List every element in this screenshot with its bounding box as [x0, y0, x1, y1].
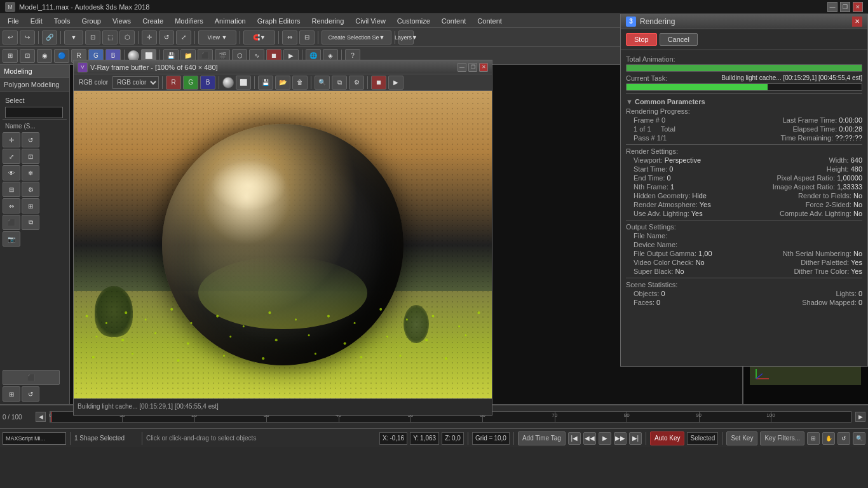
- select-region-btn[interactable]: ⬚: [102, 30, 118, 44]
- show-hide-tool[interactable]: 👁: [3, 165, 20, 180]
- prop-tool[interactable]: ⚙: [22, 182, 39, 197]
- clone-tool[interactable]: ⧉: [22, 215, 39, 230]
- snapshot-tool[interactable]: 📷: [3, 231, 20, 247]
- vray-sphere-btn[interactable]: [222, 77, 234, 88]
- select-tool[interactable]: ⊡: [22, 149, 39, 164]
- go-end-btn[interactable]: ▶|: [629, 432, 642, 445]
- minimize-btn[interactable]: —: [827, 2, 837, 12]
- layer-btn[interactable]: Layers▼: [398, 30, 414, 44]
- layer-tool[interactable]: ⊟: [3, 182, 20, 197]
- zoom-btn[interactable]: 🔍: [853, 432, 865, 445]
- vray-color-select[interactable]: RGB color: [112, 76, 159, 89]
- menu-content[interactable]: Content: [472, 16, 507, 26]
- undo-btn[interactable]: ↩: [3, 30, 18, 44]
- align-tool[interactable]: ⊞: [22, 198, 39, 214]
- status-bar: MAXScript Mi... 1 Shape Selected Click o…: [0, 428, 868, 447]
- common-params-title: ▼ Common Parameters: [626, 98, 862, 105]
- pan-btn[interactable]: ✋: [822, 432, 835, 445]
- xform-tool[interactable]: ⊞: [3, 386, 20, 402]
- vray-flat-btn[interactable]: ⬜: [236, 76, 251, 90]
- vray-minimize[interactable]: —: [458, 63, 466, 72]
- set-key-btn[interactable]: Set Key: [726, 431, 757, 445]
- vray-clear-btn[interactable]: 🗑: [292, 76, 308, 90]
- array-tool[interactable]: ⬛: [3, 215, 20, 230]
- rendering-title-bar[interactable]: 3 Rendering ✕: [621, 14, 867, 29]
- redo-btn[interactable]: ↪: [20, 30, 35, 44]
- play-btn[interactable]: ▶: [599, 432, 611, 445]
- maxscript-mini[interactable]: MAXScript Mi...: [3, 432, 66, 445]
- menu-group[interactable]: Group: [76, 16, 106, 26]
- tb2-1[interactable]: ⊞: [3, 49, 18, 63]
- grid-display: Grid = 10,0: [472, 432, 510, 445]
- prev-frame-btn[interactable]: ◀: [36, 412, 46, 422]
- freeze-tool[interactable]: ❄: [22, 165, 39, 180]
- menu-scripting[interactable]: Content: [437, 16, 471, 26]
- vray-lens-btn[interactable]: 🔍: [315, 76, 330, 90]
- vray-close[interactable]: ✕: [479, 63, 488, 72]
- next-key-btn[interactable]: ▶▶: [614, 432, 627, 445]
- bottom-tool-1[interactable]: ⬛: [3, 370, 60, 385]
- menu-edit[interactable]: Edit: [25, 16, 48, 26]
- rotate-btn[interactable]: ↺: [159, 30, 174, 44]
- select-filter-btn[interactable]: ▼: [64, 30, 83, 44]
- vray-settings-btn[interactable]: ⚙: [349, 76, 364, 90]
- tb2-3[interactable]: ◉: [37, 49, 52, 63]
- stop-render-btn[interactable]: Stop: [626, 33, 657, 46]
- move-tool[interactable]: ✛: [3, 132, 20, 147]
- vray-open-btn[interactable]: 📂: [275, 76, 290, 90]
- cancel-render-btn[interactable]: Cancel: [660, 33, 698, 46]
- menu-graph-editors[interactable]: Graph Editors: [252, 16, 306, 26]
- vray-btn-r[interactable]: R: [166, 76, 181, 90]
- rendering-close-btn[interactable]: ✕: [852, 17, 862, 27]
- viewport-width-row: Viewport: Perspective Width: 640: [626, 156, 862, 164]
- vray-title-bar[interactable]: V V-Ray frame buffer - [100% of 640 × 48…: [74, 60, 492, 74]
- vray-stop-btn[interactable]: ⏹: [371, 76, 386, 90]
- vray-btn-b[interactable]: B: [200, 76, 215, 90]
- menu-create[interactable]: Create: [137, 16, 168, 26]
- add-time-tag-btn[interactable]: Add Time Tag: [518, 431, 566, 445]
- select-input[interactable]: [5, 107, 63, 118]
- scale-btn[interactable]: ⤢: [176, 30, 191, 44]
- menu-rendering[interactable]: Rendering: [307, 16, 349, 26]
- mirror-btn[interactable]: ⇔: [282, 30, 297, 44]
- total-progress-fill: [627, 65, 862, 71]
- close-btn[interactable]: ✕: [853, 2, 863, 12]
- vray-maximize[interactable]: ❐: [468, 63, 477, 72]
- mirror-tool[interactable]: ⇔: [3, 198, 20, 214]
- key-filters-btn[interactable]: Key Filters...: [760, 431, 804, 445]
- rotate-tool[interactable]: ↺: [22, 132, 39, 147]
- vray-save-btn[interactable]: 💾: [258, 76, 273, 90]
- menu-views[interactable]: Views: [107, 16, 136, 26]
- tb2-4[interactable]: 🔵: [54, 49, 69, 63]
- move-btn[interactable]: ✛: [142, 30, 157, 44]
- reset-tool[interactable]: ↺: [22, 386, 39, 402]
- menu-animation[interactable]: Animation: [210, 16, 251, 26]
- auto-key-btn[interactable]: Auto Key: [650, 431, 685, 445]
- create-selection-btn[interactable]: Create Selection Se▼: [322, 30, 391, 44]
- lasso-btn[interactable]: ⬡: [119, 30, 135, 44]
- maximize-btn[interactable]: ❐: [840, 2, 850, 12]
- tb2-2[interactable]: ⊡: [20, 49, 35, 63]
- menu-file[interactable]: File: [3, 16, 24, 26]
- coord-dropdown[interactable]: View ▼: [198, 30, 236, 44]
- menu-modifiers[interactable]: Modifiers: [170, 16, 208, 26]
- align-btn[interactable]: ⊟: [299, 30, 315, 44]
- orbit-btn[interactable]: ↺: [837, 432, 850, 445]
- select-btn[interactable]: ⊡: [85, 30, 100, 44]
- scale-tool[interactable]: ⤢: [3, 149, 20, 164]
- go-start-btn[interactable]: |◀: [568, 432, 581, 445]
- snap-btn[interactable]: 🧲▼: [243, 30, 275, 44]
- vray-render-btn[interactable]: ▶: [388, 76, 403, 90]
- vray-canvas[interactable]: [74, 91, 492, 398]
- vray-clone-btn[interactable]: ⧉: [332, 76, 347, 90]
- modeling-tab[interactable]: Modeling: [0, 65, 69, 78]
- polygon-tab[interactable]: Polygon Modeling: [0, 78, 69, 92]
- menu-tools[interactable]: Tools: [49, 16, 76, 26]
- zoom-extents-btn[interactable]: ⊞: [807, 432, 820, 445]
- prev-key-btn[interactable]: ◀◀: [583, 432, 596, 445]
- next-frame-btn[interactable]: ▶: [855, 412, 865, 422]
- link-btn[interactable]: 🔗: [42, 30, 57, 44]
- vray-btn-g[interactable]: G: [183, 76, 198, 90]
- menu-customize[interactable]: Customize: [392, 16, 435, 26]
- menu-civil-view[interactable]: Civil View: [350, 16, 390, 26]
